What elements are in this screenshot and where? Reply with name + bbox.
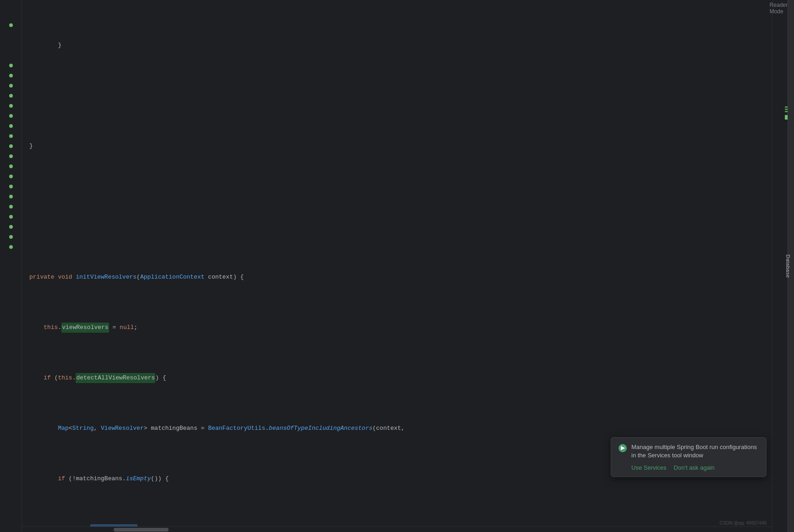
reader-mode-label[interactable]: Reader Mode: [770, 2, 788, 15]
gutter: [0, 0, 22, 532]
breakpoint-dot[interactable]: [9, 185, 13, 188]
code-token: [29, 423, 58, 433]
breakpoint-dot[interactable]: [9, 165, 13, 168]
breakpoint-dot[interactable]: [9, 205, 13, 208]
code-token: ViewResolver: [101, 423, 144, 433]
editor-container: } } private void initViewResolvers(Appli…: [0, 0, 794, 532]
code-token: ,: [93, 423, 101, 433]
breakpoint-dot[interactable]: [9, 114, 13, 118]
code-token: isEmpty: [126, 474, 151, 484]
dont-ask-again-button[interactable]: Don't ask again: [674, 464, 715, 471]
code-line: [22, 91, 772, 101]
code-token: ) {: [155, 373, 166, 383]
notification-popup: ▶ Manage multiple Spring Boot run config…: [611, 437, 767, 477]
breakpoint-dot[interactable]: [9, 134, 13, 138]
code-token: private: [29, 272, 58, 282]
code-token: context) {: [204, 272, 244, 282]
code-token: [29, 474, 58, 484]
code-token: (: [55, 373, 58, 383]
breakpoint-dot[interactable]: [9, 215, 13, 219]
code-token: ApplicationContext: [140, 272, 204, 282]
code-token: ;: [134, 323, 137, 333]
breakpoint-dot[interactable]: [9, 94, 13, 98]
breakpoint-dot[interactable]: [9, 235, 13, 239]
code-line: }: [22, 141, 772, 151]
code-token: this: [44, 323, 58, 333]
code-line: Map<String, ViewResolver> matchingBeans …: [22, 423, 772, 433]
use-services-button[interactable]: Use Services: [631, 464, 667, 471]
code-token: }: [29, 40, 61, 50]
breakpoint-dot[interactable]: [9, 144, 13, 148]
breakpoint-dot[interactable]: [9, 74, 13, 77]
breakpoint-dot[interactable]: [9, 195, 13, 198]
breakpoint-dot[interactable]: [9, 154, 13, 158]
code-token: Map: [58, 423, 68, 433]
breakpoint-dot[interactable]: [9, 175, 13, 178]
code-token: .: [72, 373, 76, 383]
popup-message: Manage multiple Spring Boot run configur…: [631, 443, 759, 460]
right-panel: Reader Mode Database: [772, 0, 794, 532]
code-token: null: [120, 323, 134, 333]
code-line: private void initViewResolvers(Applicati…: [22, 272, 772, 282]
code-token: void: [58, 272, 76, 282]
code-token: this: [58, 373, 72, 383]
copyright-text: CSDN @qq: 49507440: [720, 521, 767, 526]
play-icon-symbol: ▶: [621, 445, 624, 451]
breakpoint-dot[interactable]: [9, 84, 13, 88]
breakpoint-dot[interactable]: [9, 64, 13, 67]
code-token-highlighted: detectAllViewResolvers: [76, 373, 155, 383]
code-token: <: [69, 423, 72, 433]
code-token: =: [109, 323, 120, 333]
code-line: [22, 192, 772, 202]
code-token: String: [72, 423, 94, 433]
code-token: beansOfTypeIncludingAncestors: [269, 423, 372, 433]
breakpoint-dot[interactable]: [9, 23, 13, 27]
code-token: ()) {: [151, 474, 169, 484]
database-label[interactable]: Database: [785, 254, 790, 278]
code-token-highlighted: viewResolvers: [61, 323, 109, 333]
scrollbar[interactable]: [22, 527, 772, 532]
breakpoint-dot[interactable]: [9, 245, 13, 249]
code-token: .: [58, 323, 61, 333]
code-token: if: [44, 373, 54, 383]
popup-header: ▶ Manage multiple Spring Boot run config…: [619, 443, 759, 460]
code-line: }: [22, 40, 772, 50]
code-token: .: [265, 423, 269, 433]
code-token: [29, 373, 44, 383]
code-token: initViewResolvers: [76, 272, 137, 282]
code-token: (context,: [372, 423, 405, 433]
code-line: [22, 222, 772, 232]
scrollbar-thumb[interactable]: [114, 528, 169, 532]
breakpoint-dot[interactable]: [9, 124, 13, 128]
code-token: BeanFactoryUtils: [208, 423, 265, 433]
popup-play-icon: ▶: [619, 444, 627, 452]
code-token: if: [58, 474, 68, 484]
code-line: this.viewResolvers = null;: [22, 323, 772, 333]
popup-actions: Use Services Don't ask again: [619, 464, 759, 471]
code-token: (: [137, 272, 140, 282]
code-token: (!matchingBeans.: [69, 474, 126, 484]
breakpoint-dot[interactable]: [9, 225, 13, 229]
breakpoint-dot[interactable]: [9, 104, 13, 108]
code-line: if (this.detectAllViewResolvers) {: [22, 373, 772, 383]
code-token: > matchingBeans =: [144, 423, 208, 433]
code-token: [29, 323, 44, 333]
code-token: }: [29, 141, 33, 151]
